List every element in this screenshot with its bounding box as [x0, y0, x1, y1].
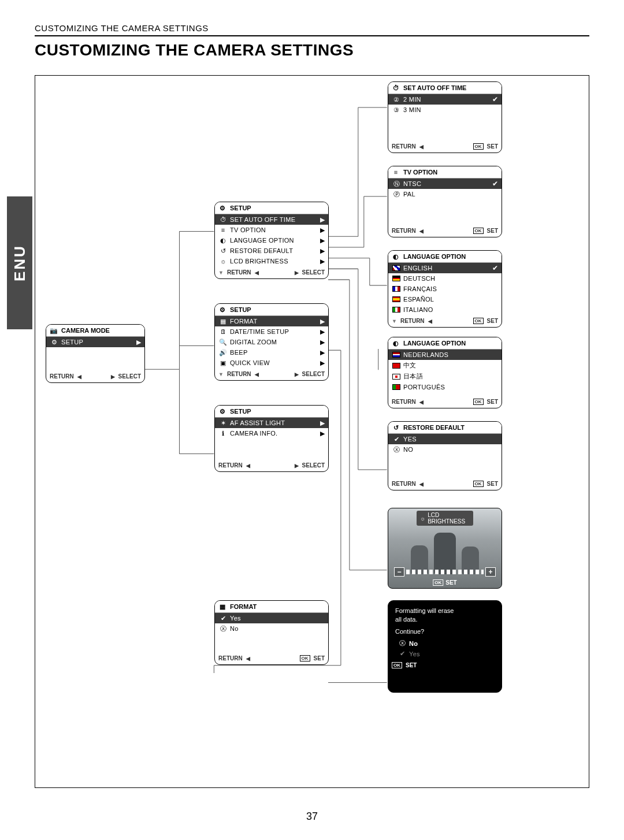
panel-title-setup2: ⚙ SETUP — [215, 304, 328, 316]
option-japanese[interactable]: 日本語 — [388, 371, 502, 382]
ok-badge: OK — [473, 481, 484, 487]
camera-mode-title-text: CAMERA MODE — [61, 327, 110, 334]
footer-return-label: RETURN — [218, 655, 243, 661]
menu-item-digital-zoom[interactable]: 🔍 DIGITAL ZOOM ▶ — [215, 337, 328, 347]
triangle-left-icon: ◀ — [77, 374, 81, 380]
plus-icon[interactable]: + — [485, 567, 496, 577]
option-label: NEDERLANDS — [403, 351, 498, 358]
check-icon: ✔ — [392, 435, 401, 443]
menu-item-quick-view[interactable]: ▣ QUICK VIEW ▶ — [215, 358, 328, 368]
option-label: 2 MIN — [403, 96, 490, 103]
ok-badge: OK — [392, 662, 402, 668]
panel-footer: ▼ RETURN ◀ OK SET — [388, 315, 502, 327]
option-francais[interactable]: FRANÇAIS — [388, 284, 502, 294]
menu-item-language[interactable]: ◐ LANGUAGE OPTION ▶ — [215, 235, 328, 246]
chevron-right-icon: ▶ — [318, 328, 325, 336]
flag-es-icon — [392, 295, 401, 303]
menu-item-format[interactable]: ▦ FORMAT ▶ — [215, 316, 328, 326]
sliders-icon: ⚙ — [218, 204, 226, 212]
setup3-title-text: SETUP — [230, 408, 251, 415]
option-label: 3 MIN — [403, 106, 498, 113]
footer-set-label: SET — [487, 143, 498, 150]
menu-item-tv-option[interactable]: ≡ TV OPTION ▶ — [215, 225, 328, 235]
panel-title-camera-mode: 📷 CAMERA MODE — [46, 325, 144, 337]
option-ntsc[interactable]: Ⓝ NTSC ✔ — [388, 179, 502, 189]
p-icon: Ⓟ — [392, 190, 401, 198]
option-2min[interactable]: ② 2 MIN ✔ — [388, 94, 502, 105]
panel-auto-off: ⏱ SET AUTO OFF TIME ② 2 MIN ✔ ③ 3 MIN RE… — [388, 81, 502, 153]
option-nederlands[interactable]: NEDERLANDS — [388, 350, 502, 360]
triangle-left-icon: ◀ — [246, 463, 250, 469]
option-label: NTSC — [403, 180, 490, 187]
panel-footer: RETURN ◀ OK SET — [388, 478, 502, 490]
menu-item-format-yes[interactable]: ✔ Yes — [215, 613, 328, 623]
panel-setup-1: ⚙ SETUP ⏱ SET AUTO OFF TIME ▶ ≡ TV OPTIO… — [214, 202, 329, 279]
option-label: PAL — [403, 191, 498, 198]
triangle-left-icon: ◀ — [255, 270, 259, 276]
menu-item-restore[interactable]: ↺ RESTORE DEFAULT ▶ — [215, 246, 328, 256]
option-espanol[interactable]: ESPAÑOL — [388, 294, 502, 304]
option-label: Yes — [409, 651, 498, 657]
menu-item-lcd-brightness[interactable]: ☼ LCD BRIGHTNESS ▶ — [215, 256, 328, 266]
x-circle-icon: ⓧ — [392, 445, 401, 454]
lcd-footer: OK SET — [433, 579, 456, 586]
ok-badge: OK — [473, 143, 484, 150]
brightness-slider[interactable]: − + — [394, 568, 496, 575]
footer-return-label: RETURN — [227, 371, 251, 377]
setup2-title-text: SETUP — [230, 306, 251, 313]
option-3min[interactable]: ③ 3 MIN — [388, 105, 502, 115]
diagram-frame: ▲ 📷 CAMERA MODE ⚙ SETUP ▶ RETURN ◀ ▶ SEL… — [35, 75, 589, 788]
warn-line-2: all data. — [395, 615, 495, 624]
panel-footer: RETURN ◀ OK SET — [388, 140, 502, 153]
option-warn-no[interactable]: ⓧ No — [388, 638, 502, 649]
option-pal[interactable]: Ⓟ PAL — [388, 189, 502, 199]
panel-footer: RETURN ◀ ▶ SELECT — [215, 459, 328, 471]
option-warn-yes[interactable]: ✔ Yes — [388, 649, 502, 659]
minus-icon[interactable]: − — [394, 567, 404, 577]
setup1-title-text: SETUP — [230, 205, 251, 211]
footer-return-label: RETURN — [392, 399, 416, 405]
option-chinese[interactable]: 中文 — [388, 360, 502, 371]
menu-item-datetime[interactable]: 🗓 DATE/TIME SETUP ▶ — [215, 326, 328, 337]
option-label: DEUTSCH — [403, 275, 498, 282]
grid-icon: ▦ — [218, 317, 228, 325]
menu-item-label: SETUP — [61, 339, 134, 345]
menu-item-label: AF ASSIST LIGHT — [230, 419, 318, 426]
panel-title-setup3: ⚙ SETUP — [215, 406, 328, 418]
panel-title-format: ▦ FORMAT — [215, 601, 328, 613]
panel-footer: RETURN ◀ OK SET — [388, 396, 502, 408]
panel-format-warning: Formatting will erase all data. Continue… — [388, 600, 502, 693]
option-deutsch[interactable]: DEUTSCH — [388, 273, 502, 284]
menu-item-setup[interactable]: ⚙ SETUP ▶ — [46, 337, 144, 347]
option-portugues[interactable]: PORTUGUÊS — [388, 382, 502, 392]
flag-fr-icon — [392, 285, 401, 293]
option-label: No — [409, 640, 498, 647]
triangle-left-icon: ◀ — [419, 144, 424, 150]
sliders-icon: ⚙ — [218, 306, 226, 314]
triangle-right-icon: ▶ — [295, 371, 299, 377]
menu-item-af-assist[interactable]: ✶ AF ASSIST LIGHT ▶ — [215, 418, 328, 428]
triangle-left-icon: ◀ — [419, 228, 424, 234]
option-restore-yes[interactable]: ✔ YES — [388, 434, 502, 444]
footer-select-label: SELECT — [302, 269, 325, 276]
menu-item-camera-info[interactable]: ℹ CAMERA INFO. ▶ — [215, 428, 328, 438]
chevron-right-icon: ▶ — [318, 318, 325, 325]
panel-format: ▦ FORMAT ✔ Yes ⓧ No RETURN ◀ OK SET — [214, 600, 329, 665]
clock-2-icon: ② — [392, 95, 401, 103]
lang2-title-text: LANGUAGE OPTION — [403, 340, 466, 347]
option-restore-no[interactable]: ⓧ NO — [388, 444, 502, 455]
option-label: PORTUGUÊS — [403, 384, 498, 391]
chevron-right-icon: ▶ — [318, 226, 325, 234]
menu-item-set-auto-off[interactable]: ⏱ SET AUTO OFF TIME ▶ — [215, 214, 328, 225]
option-italiano[interactable]: ITALIANO — [388, 304, 502, 315]
menu-item-beep[interactable]: 🔊 BEEP ▶ — [215, 347, 328, 358]
chevron-right-icon: ▶ — [318, 339, 325, 346]
option-english[interactable]: ENGLISH ✔ — [388, 263, 502, 273]
side-tab-enu: ENU — [7, 196, 32, 329]
page-number: 37 — [0, 811, 624, 823]
clock-icon: ⏱ — [218, 215, 228, 224]
check-icon: ✔ — [490, 95, 498, 103]
flag-pt-icon — [392, 383, 401, 391]
menu-item-format-no[interactable]: ⓧ No — [215, 623, 328, 634]
option-label: ESPAÑOL — [403, 296, 498, 303]
